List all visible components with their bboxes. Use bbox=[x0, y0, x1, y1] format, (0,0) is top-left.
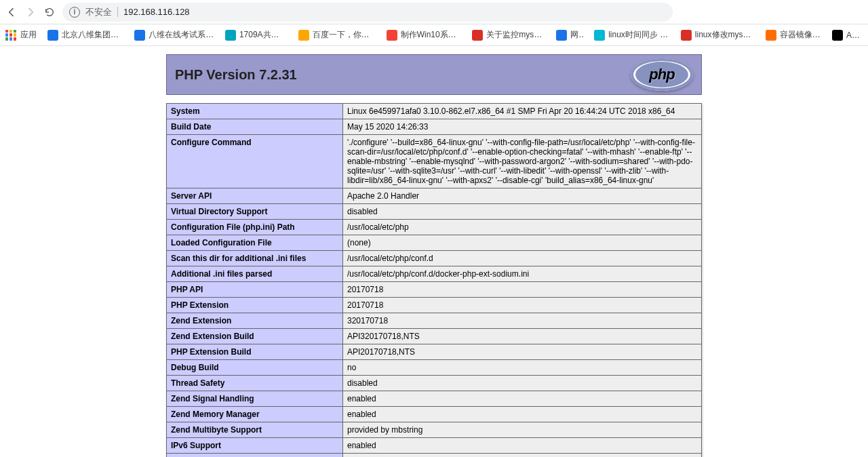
info-value: disabled bbox=[343, 204, 702, 220]
page-title: PHP Version 7.2.31 bbox=[175, 67, 297, 83]
insecure-label: 不安全 bbox=[85, 6, 112, 18]
table-row: Scan this dir for additional .ini files/… bbox=[167, 251, 702, 266]
info-key: PHP Extension bbox=[167, 298, 343, 313]
info-key: PHP API bbox=[167, 282, 343, 298]
favicon-icon bbox=[766, 30, 776, 41]
table-row: Configure Command'./configure' '--build=… bbox=[167, 135, 702, 188]
table-row: Zend Extension320170718 bbox=[167, 313, 702, 329]
bookmark-label: 关于监控mysql服... bbox=[486, 29, 545, 41]
reload-button[interactable] bbox=[43, 6, 56, 18]
favicon-icon bbox=[387, 30, 397, 41]
bookmark-item[interactable]: 关于监控mysql服... bbox=[472, 29, 545, 41]
info-key: Loaded Configuration File bbox=[167, 235, 343, 251]
bookmark-item[interactable]: 制作Win10系统安... bbox=[387, 29, 462, 41]
table-row: Virtual Directory Supportdisabled bbox=[167, 204, 702, 220]
info-value: enabled bbox=[343, 407, 702, 422]
table-row: PHP API20170718 bbox=[167, 282, 702, 298]
bookmark-item[interactable]: Ansib bbox=[832, 29, 863, 41]
bookmark-label: 制作Win10系统安... bbox=[401, 29, 462, 41]
info-key: IPv6 Support bbox=[167, 438, 343, 454]
table-row: SystemLinux 6e459971afa0 3.10.0-862.el7.… bbox=[167, 104, 702, 119]
info-value: 320170718 bbox=[343, 313, 702, 329]
bookmark-item[interactable]: 八维在线考试系统s... bbox=[134, 29, 214, 41]
info-value: './configure' '--build=x86_64-linux-gnu'… bbox=[343, 135, 702, 188]
info-value: API320170718,NTS bbox=[343, 329, 702, 344]
bookmark-label: Ansib bbox=[846, 31, 863, 40]
bookmark-label: linux时间同步 - 蜗... bbox=[608, 29, 670, 41]
table-row: DTrace Supportdisabled bbox=[167, 454, 702, 458]
info-key: Zend Multibyte Support bbox=[167, 422, 343, 438]
table-row: Debug Buildno bbox=[167, 360, 702, 376]
favicon-icon bbox=[134, 30, 145, 41]
bookmark-label: 1709A共享文件 bbox=[239, 29, 288, 41]
bookmark-label: 容器镜像服务 bbox=[780, 29, 821, 41]
info-value: May 15 2020 14:26:33 bbox=[343, 119, 702, 135]
info-value: /usr/local/etc/php/conf.d/docker-php-ext… bbox=[343, 266, 702, 282]
site-info-icon[interactable]: i bbox=[69, 7, 80, 18]
table-row: Zend Multibyte Supportprovided by mbstri… bbox=[167, 422, 702, 438]
info-value: disabled bbox=[343, 454, 702, 458]
favicon-icon bbox=[472, 30, 483, 41]
bookmark-item[interactable]: 百度一下，你就知道 bbox=[298, 29, 376, 41]
info-value: /usr/local/etc/php bbox=[343, 220, 702, 235]
table-row: Zend Memory Managerenabled bbox=[167, 407, 702, 422]
info-key: Thread Safety bbox=[167, 376, 343, 391]
bookmarks-bar: 应用 北京八维集团学院...八维在线考试系统s...1709A共享文件百度一下，… bbox=[0, 24, 868, 46]
browser-toolbar: i 不安全 192.168.116.128 bbox=[0, 0, 868, 24]
table-row: Zend Extension BuildAPI320170718,NTS bbox=[167, 329, 702, 344]
favicon-icon bbox=[681, 30, 692, 41]
info-key: Scan this dir for additional .ini files bbox=[167, 251, 343, 266]
table-row: Additional .ini files parsed/usr/local/e… bbox=[167, 266, 702, 282]
table-row: Server APIApache 2.0 Handler bbox=[167, 188, 702, 204]
apps-button[interactable]: 应用 bbox=[5, 29, 37, 41]
bookmark-item[interactable]: 网校 bbox=[556, 29, 583, 41]
bookmark-item[interactable]: 北京八维集团学院... bbox=[47, 29, 123, 41]
info-value: enabled bbox=[343, 391, 702, 407]
bookmark-label: 网校 bbox=[570, 29, 583, 41]
info-key: PHP Extension Build bbox=[167, 344, 343, 360]
info-key: Virtual Directory Support bbox=[167, 204, 343, 220]
bookmark-item[interactable]: linux时间同步 - 蜗... bbox=[594, 29, 670, 41]
table-row: IPv6 Supportenabled bbox=[167, 438, 702, 454]
favicon-icon bbox=[225, 30, 236, 41]
bookmark-label: 百度一下，你就知道 bbox=[313, 29, 376, 41]
phpinfo-header: PHP Version 7.2.31 php bbox=[166, 54, 702, 95]
bookmark-item[interactable]: 容器镜像服务 bbox=[766, 29, 821, 41]
bookmark-label: linux修改mysql数... bbox=[695, 29, 755, 41]
info-value: 20170718 bbox=[343, 282, 702, 298]
info-key: Zend Signal Handling bbox=[167, 391, 343, 407]
info-value: (none) bbox=[343, 235, 702, 251]
info-key: Configuration File (php.ini) Path bbox=[167, 220, 343, 235]
bookmark-item[interactable]: 1709A共享文件 bbox=[225, 29, 288, 41]
info-value: no bbox=[343, 360, 702, 376]
info-key: System bbox=[167, 104, 343, 119]
info-value: enabled bbox=[343, 438, 702, 454]
info-key: DTrace Support bbox=[167, 454, 343, 458]
table-row: Loaded Configuration File(none) bbox=[167, 235, 702, 251]
info-value: 20170718 bbox=[343, 298, 702, 313]
info-key: Server API bbox=[167, 188, 343, 204]
back-button[interactable] bbox=[5, 6, 18, 18]
forward-button[interactable] bbox=[24, 6, 37, 18]
info-key: Zend Extension Build bbox=[167, 329, 343, 344]
info-value: provided by mbstring bbox=[343, 422, 702, 438]
favicon-icon bbox=[556, 30, 567, 41]
table-row: Thread Safetydisabled bbox=[167, 376, 702, 391]
url-text: 192.168.116.128 bbox=[117, 7, 190, 17]
info-value: API20170718,NTS bbox=[343, 344, 702, 360]
php-logo: php bbox=[631, 58, 693, 91]
bookmark-label: 北京八维集团学院... bbox=[62, 29, 123, 41]
favicon-icon bbox=[832, 30, 843, 41]
info-value: disabled bbox=[343, 376, 702, 391]
address-bar[interactable]: i 不安全 192.168.116.128 bbox=[62, 3, 673, 22]
bookmark-item[interactable]: linux修改mysql数... bbox=[681, 29, 755, 41]
table-row: Build DateMay 15 2020 14:26:33 bbox=[167, 119, 702, 135]
info-value: Apache 2.0 Handler bbox=[343, 188, 702, 204]
info-value: Linux 6e459971afa0 3.10.0-862.el7.x86_64… bbox=[343, 104, 702, 119]
apps-icon bbox=[5, 30, 16, 41]
info-key: Zend Memory Manager bbox=[167, 407, 343, 422]
info-key: Zend Extension bbox=[167, 313, 343, 329]
info-key: Build Date bbox=[167, 119, 343, 135]
info-key: Configure Command bbox=[167, 135, 343, 188]
info-value: /usr/local/etc/php/conf.d bbox=[343, 251, 702, 266]
